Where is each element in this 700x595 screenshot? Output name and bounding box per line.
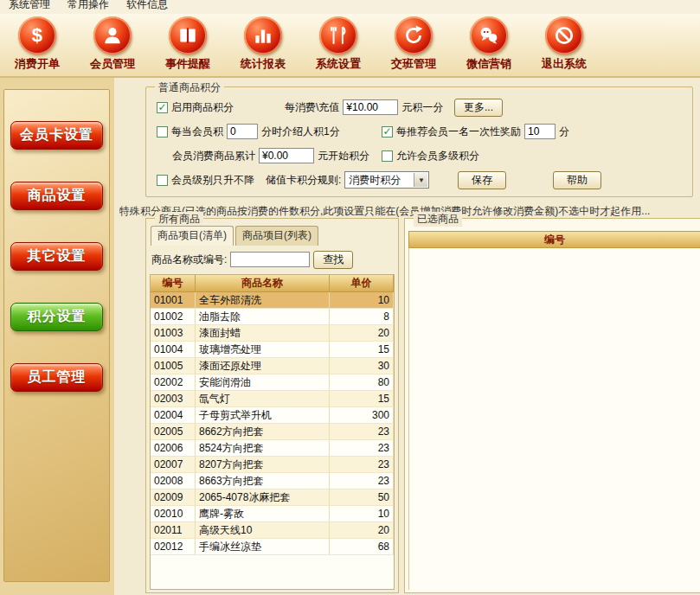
cell-name: 鹰牌-雾敌 xyxy=(196,506,330,522)
enable-points-checkbox[interactable] xyxy=(157,102,168,113)
toolbar-item-wechat[interactable]: 微信营销 xyxy=(463,16,515,72)
search-button[interactable]: 查找 xyxy=(313,251,353,269)
toolbar-item-shift[interactable]: 交班管理 xyxy=(388,16,440,72)
tab-product-table[interactable]: 商品项目(列表) xyxy=(235,226,318,246)
selected-products-body[interactable] xyxy=(408,248,700,590)
cell-code: 02008 xyxy=(151,473,196,489)
table-row[interactable]: 02005 8662方向把套 23 xyxy=(151,424,394,440)
table-row[interactable]: 02006 8524方向把套 23 xyxy=(151,440,394,457)
menubar: 系统管理 常用操作 软件信息 xyxy=(0,0,700,14)
toolbar-label: 系统设置 xyxy=(316,56,361,72)
stored-rule-select[interactable]: 消费时积分 ▼ xyxy=(344,171,429,189)
cell-name: 8207方向把套 xyxy=(196,457,330,473)
recommend-reward-checkbox[interactable] xyxy=(382,126,393,138)
cell-price: 10 xyxy=(330,506,394,522)
sidebar-item-staff-management[interactable]: 员工管理 xyxy=(10,363,103,392)
table-row[interactable]: 02003 氙气灯 15 xyxy=(151,391,394,407)
accum-label: 会员消费商品累计 xyxy=(172,149,255,163)
table-row[interactable]: 01002 油脂去除 8 xyxy=(151,309,394,325)
selected-products-header: 编号 xyxy=(408,231,700,248)
cell-price: 50 xyxy=(330,489,394,506)
book-icon xyxy=(169,16,207,54)
toolbar-item-settings[interactable]: 系统设置 xyxy=(312,16,364,72)
menu-system[interactable]: 系统管理 xyxy=(9,0,50,11)
referrer-points-checkbox[interactable] xyxy=(157,126,168,138)
table-row[interactable]: 01003 漆面封蜡 20 xyxy=(151,325,394,342)
recommend-suffix: 分 xyxy=(559,125,569,139)
sidebar-panel: 会员卡设置 商品设置 其它设置 积分设置 员工管理 xyxy=(3,89,110,582)
sidebar-item-product-settings[interactable]: 商品设置 xyxy=(10,182,103,210)
multilevel-label: 允许会员多级积分 xyxy=(396,149,479,163)
chevron-down-icon: ▼ xyxy=(414,173,427,187)
cell-price: 23 xyxy=(330,440,394,457)
cell-price: 30 xyxy=(330,358,394,374)
toolbar-item-reports[interactable]: 统计报表 xyxy=(237,16,289,72)
table-row[interactable]: 01004 玻璃增亮处理 15 xyxy=(151,342,394,358)
cell-code: 01004 xyxy=(151,342,196,358)
table-row[interactable]: 02011 高级天线10 20 xyxy=(151,522,394,539)
level-keep-checkbox[interactable] xyxy=(157,175,168,186)
cell-code: 02002 xyxy=(151,374,196,391)
table-row[interactable]: 02004 子母剪式举升机 300 xyxy=(151,407,394,424)
search-input[interactable] xyxy=(230,252,310,267)
cell-code: 02004 xyxy=(151,407,196,424)
table-row[interactable]: 02007 8207方向把套 23 xyxy=(151,457,394,473)
cell-name: 漆面封蜡 xyxy=(196,325,330,342)
toolbar-item-reminders[interactable]: 事件提醒 xyxy=(162,16,214,72)
cell-price: 20 xyxy=(330,325,394,342)
cell-code: 02010 xyxy=(151,506,196,522)
table-row[interactable]: 02008 8663方向把套 23 xyxy=(151,473,394,489)
utensils-icon xyxy=(319,16,357,54)
cell-name: 手编冰丝凉垫 xyxy=(196,539,330,555)
group-title: 普通商品积分 xyxy=(155,80,224,95)
per-consume-label: 每消费\充值 xyxy=(285,100,339,115)
cell-name: 安能润滑油 xyxy=(196,374,330,391)
group-title: 所有商品 xyxy=(155,212,203,227)
help-button[interactable]: 帮助 xyxy=(553,171,601,189)
menu-common-ops[interactable]: 常用操作 xyxy=(67,0,109,11)
sidebar-item-other-settings[interactable]: 其它设置 xyxy=(10,242,103,271)
save-button[interactable]: 保存 xyxy=(458,171,506,189)
all-products-group: 所有商品 商品项目(清单) 商品项目(列表) 商品名称或编号: 查找 编号 商品… xyxy=(145,218,399,593)
cell-price: 300 xyxy=(330,407,394,424)
exit-icon xyxy=(545,16,583,54)
products-table-body: 01001 全车外部清洗 10 01002 油脂去除 8 01003 漆面封蜡 … xyxy=(151,292,394,555)
search-label: 商品名称或编号: xyxy=(151,253,227,267)
toolbar-label: 交班管理 xyxy=(391,56,436,72)
accum-input[interactable] xyxy=(259,148,314,163)
column-header-price: 单价 xyxy=(330,275,394,291)
table-row[interactable]: 01005 漆面还原处理 30 xyxy=(151,358,394,374)
table-row[interactable]: 02009 2065-4078冰麻把套 50 xyxy=(151,489,394,506)
toolbar: $ 消费开单 会员管理 事件提醒 统计报表 系统设置 交班管理 xyxy=(0,14,700,78)
toolbar-item-billing[interactable]: $ 消费开单 xyxy=(11,16,63,72)
table-row[interactable]: 02012 手编冰丝凉垫 68 xyxy=(151,539,394,555)
table-row[interactable]: 02002 安能润滑油 80 xyxy=(151,374,394,391)
cell-price: 23 xyxy=(330,473,394,489)
table-row[interactable]: 02010 鹰牌-雾敌 10 xyxy=(151,506,394,522)
sidebar-item-member-card-settings[interactable]: 会员卡设置 xyxy=(10,121,103,150)
product-tabs: 商品项目(清单) 商品项目(列表) xyxy=(151,226,320,246)
tab-product-list[interactable]: 商品项目(清单) xyxy=(151,226,234,246)
column-header-code: 编号 xyxy=(151,275,196,291)
cell-price: 80 xyxy=(330,374,394,391)
recommend-input[interactable] xyxy=(524,124,556,139)
table-row[interactable]: 01001 全车外部清洗 10 xyxy=(151,292,394,309)
enable-points-label: 启用商品积分 xyxy=(171,100,234,115)
more-button[interactable]: 更多... xyxy=(454,99,503,117)
menu-software-info[interactable]: 软件信息 xyxy=(126,0,168,11)
cell-name: 2065-4078冰麻把套 xyxy=(196,489,330,506)
cell-code: 02003 xyxy=(151,391,196,407)
sidebar-item-points-settings[interactable]: 积分设置 xyxy=(10,303,103,331)
toolbar-item-members[interactable]: 会员管理 xyxy=(87,16,138,72)
referrer-input[interactable] xyxy=(227,124,258,139)
cell-price: 20 xyxy=(330,522,394,539)
svg-text:$: $ xyxy=(32,24,43,46)
shift-arrows-icon xyxy=(395,16,433,54)
cell-name: 油脂去除 xyxy=(196,309,330,325)
per-consume-input[interactable] xyxy=(343,99,398,115)
cell-price: 8 xyxy=(330,309,394,325)
toolbar-item-exit[interactable]: 退出系统 xyxy=(538,16,590,72)
cell-name: 氙气灯 xyxy=(196,391,330,407)
cell-price: 23 xyxy=(330,424,394,440)
multilevel-points-checkbox[interactable] xyxy=(382,150,393,162)
